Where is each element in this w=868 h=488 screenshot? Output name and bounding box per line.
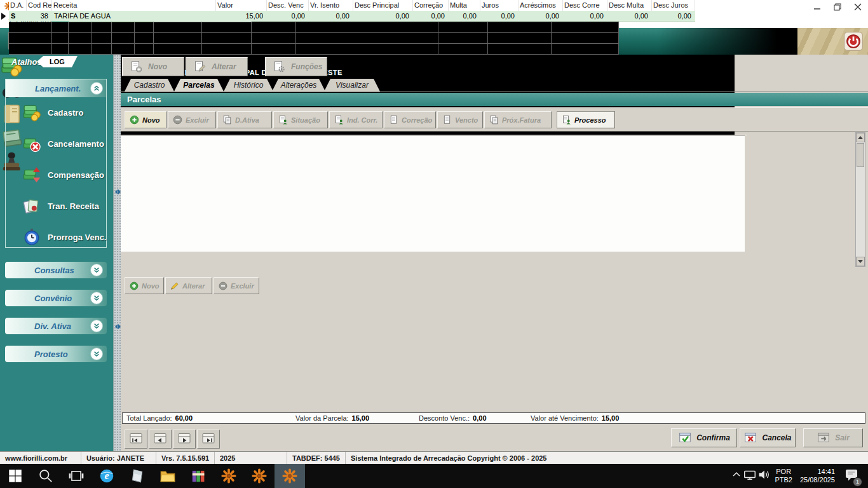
- banner-fade: [658, 28, 797, 55]
- grid-cell-empty: [69, 44, 92, 55]
- scroll-up-button[interactable]: [856, 133, 865, 142]
- task-view-button-glyph: [68, 468, 85, 484]
- row-marker: [1, 13, 6, 19]
- fun-es-button[interactable]: Funções: [265, 57, 327, 76]
- confirma-button[interactable]: Confirma: [671, 428, 737, 447]
- internet-explorer-icon[interactable]: e: [92, 464, 122, 488]
- fiorilli-app-icon-1[interactable]: [214, 464, 244, 488]
- sidebar-item-compensa-o[interactable]: Compensação: [6, 160, 106, 189]
- nav-last-button[interactable]: [197, 430, 220, 449]
- section-expand-button[interactable]: [90, 348, 103, 360]
- log-tab[interactable]: LOG: [37, 56, 78, 67]
- task-view-button[interactable]: [61, 464, 92, 488]
- fiorilli-app-icon-2[interactable]: [244, 464, 275, 488]
- win-check-icon: [678, 431, 692, 445]
- search-button[interactable]: [31, 464, 61, 488]
- start-button[interactable]: [0, 464, 31, 488]
- sidebar-splitter[interactable]: [113, 55, 121, 451]
- parcelas-d-ativa-button[interactable]: D.Ativa: [217, 111, 272, 128]
- grid-cell: 0,00: [563, 11, 607, 22]
- money-x-icon: [22, 134, 41, 153]
- parcelas-corre-o-button[interactable]: Correção: [384, 111, 436, 128]
- grid-cell: 0,00: [413, 11, 449, 22]
- grid-cell-empty: [438, 44, 488, 55]
- receitas-novo-button[interactable]: Novo: [125, 277, 164, 294]
- nav-prev-button[interactable]: [149, 430, 172, 449]
- nav-next-button[interactable]: [173, 430, 196, 449]
- plus-circle-icon: [129, 114, 140, 125]
- scroll-down-button[interactable]: [856, 257, 865, 266]
- speaker-icon[interactable]: [757, 468, 771, 484]
- button-label: Alterar: [212, 62, 236, 71]
- alterar-button[interactable]: Alterar: [186, 57, 248, 76]
- app-glass-icon[interactable]: [122, 464, 153, 488]
- language-indicator[interactable]: PORPTB2: [775, 468, 792, 484]
- parcelas-situa-o-button[interactable]: Situação: [273, 111, 328, 128]
- sidebar-item-cancelamento[interactable]: Cancelamento: [6, 129, 106, 158]
- grid-cell-empty: [135, 44, 154, 55]
- sidebar-item-label: Cadastro: [48, 108, 83, 118]
- parcelas-novo-button[interactable]: Novo: [125, 111, 166, 128]
- section-expand-button[interactable]: [90, 320, 103, 332]
- power-button[interactable]: [844, 32, 863, 53]
- nav-first-button[interactable]: [125, 430, 147, 449]
- sidebar-item-tran-receita[interactable]: Tran. Receita: [6, 191, 106, 220]
- tab-visualizar[interactable]: Visualizar: [324, 79, 380, 92]
- grid-cell-empty: [112, 44, 135, 55]
- money-swap-icon: [22, 165, 41, 184]
- sidebar-item-prorroga-venc-[interactable]: Prorroga Venc.: [6, 222, 106, 252]
- notification-center-icon[interactable]: 1: [844, 467, 859, 485]
- plus-circle-icon: [129, 281, 139, 291]
- grid-cell-empty: [438, 22, 488, 33]
- scroll-thumb[interactable]: [857, 143, 864, 167]
- grid-cell-empty: [52, 22, 69, 33]
- section-expand-button[interactable]: [90, 292, 103, 304]
- receitas-alterar-button[interactable]: Alterar: [165, 277, 212, 294]
- doc-gear-icon: [272, 60, 286, 74]
- tab-parcelas[interactable]: Parcelas: [174, 79, 224, 92]
- total-item: Valor da Parcela:15,00: [295, 414, 369, 422]
- file-explorer-icon[interactable]: [153, 464, 183, 488]
- pencil-icon: [170, 281, 180, 291]
- network-icon[interactable]: [743, 468, 757, 484]
- shortcuts-label: Atalhos: [11, 57, 42, 67]
- minimize-button[interactable]: [807, 0, 827, 14]
- column-header: D.A.: [9, 0, 27, 11]
- winrar-icon[interactable]: [183, 464, 214, 488]
- fiorilli-app-icon-1-glyph: [220, 468, 237, 484]
- close-button[interactable]: [848, 0, 868, 14]
- tab-altera-es[interactable]: Alterações: [272, 79, 325, 92]
- receitas-excluir-button[interactable]: Excluir: [214, 277, 259, 294]
- novo-button[interactable]: Novo: [122, 57, 184, 76]
- fiorilli-app-icon-3-glyph: [281, 468, 298, 484]
- grid-cell-empty: [552, 22, 619, 33]
- clock[interactable]: 14:4125/08/2025: [800, 468, 835, 484]
- grid-scrollbar[interactable]: [855, 132, 865, 267]
- fiorilli-app-icon-3[interactable]: [275, 464, 305, 488]
- grid-cell-empty: [488, 22, 552, 33]
- section-expand-button[interactable]: [90, 264, 103, 276]
- parcelas-vencto-button[interactable]: Vencto: [437, 111, 483, 128]
- status-segment: Usuário: JANETE: [81, 452, 156, 464]
- total-label: Valor da Parcela:: [295, 414, 349, 422]
- restore-button[interactable]: [827, 0, 848, 14]
- cancela-button[interactable]: Cancela: [740, 428, 796, 447]
- chevron-double-down-icon: [92, 265, 102, 275]
- tab-cadastro[interactable]: Cadastro: [125, 79, 174, 92]
- parcelas-ind-corr--button[interactable]: Ind. Corr.: [329, 111, 383, 128]
- button-label: Novo: [142, 116, 160, 124]
- tray-chevron-up-icon[interactable]: [730, 468, 743, 484]
- collapse-group-button[interactable]: [90, 82, 103, 95]
- parcelas-processo-button[interactable]: Processo: [557, 111, 615, 128]
- parcelas-excluir-button[interactable]: Excluir: [168, 111, 216, 128]
- sidebar-item-cadastro[interactable]: Cadastro: [6, 98, 106, 127]
- sair-button[interactable]: Sair: [803, 428, 863, 447]
- tab-hist-rico[interactable]: Histórico: [224, 79, 273, 92]
- sidebar-item-label: Cancelamento: [48, 139, 104, 149]
- total-item: Desconto Venc.:0,00: [419, 414, 487, 422]
- total-value: 0,00: [473, 414, 486, 422]
- grid-cell-empty: [92, 22, 112, 33]
- grid-cell-empty: [488, 33, 552, 44]
- grid-cell-empty: [202, 22, 252, 33]
- parcelas-pr-x-fatura-button[interactable]: Próx.Fatura: [484, 111, 552, 128]
